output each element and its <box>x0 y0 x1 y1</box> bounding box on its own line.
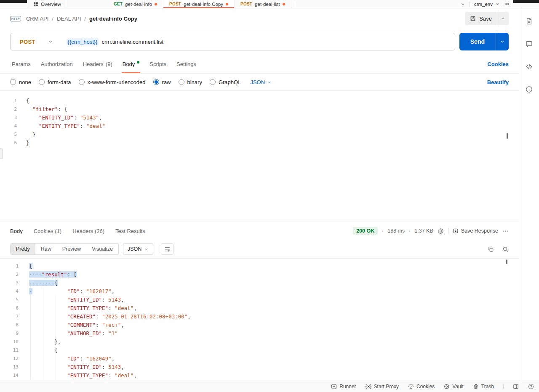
response-headers-count: (26) <box>95 228 104 234</box>
start-proxy-button[interactable]: Start Proxy <box>366 384 399 389</box>
response-body-editor[interactable]: 1{2····"result": [3········{4· "ID": "16… <box>0 258 519 381</box>
sidebar-collapse-handle[interactable] <box>0 148 3 159</box>
vault-button[interactable]: Vault <box>444 384 463 389</box>
line-number: 1 <box>0 262 19 270</box>
trash-button[interactable]: Trash <box>473 384 494 389</box>
tab-overview-label: Overview <box>41 2 61 7</box>
code-line: 4· "ID": "162017", <box>0 287 519 296</box>
body-mode-raw[interactable]: raw <box>153 79 171 85</box>
help-button[interactable] <box>528 384 534 389</box>
url-input[interactable]: {{crm_host}} crm.timeline.comment.list <box>59 33 163 50</box>
radio-icon-selected <box>153 79 159 85</box>
line-number: 2 <box>0 105 17 114</box>
code-line: 2····"result": [ <box>0 270 519 279</box>
tab-authorization[interactable]: Authorization <box>36 55 78 73</box>
method-selector[interactable]: POST <box>11 33 59 50</box>
request-tabs: Params Authorization Headers (9) Body Sc… <box>0 55 519 74</box>
comments-button[interactable] <box>523 38 535 50</box>
request-info-button[interactable] <box>523 83 535 95</box>
line-number: 13 <box>0 363 19 371</box>
line-number: 1 <box>0 97 17 105</box>
view-visualize-button[interactable]: Visualize <box>86 244 118 254</box>
save-response-button[interactable]: Save Response <box>453 228 498 234</box>
response-more-actions-button[interactable] <box>502 228 509 234</box>
line-number: 3 <box>0 114 17 122</box>
tab-title: get-deal-list <box>255 2 280 7</box>
url-container: POST {{crm_host}} crm.timeline.comment.l… <box>10 33 455 50</box>
code-line: 13 "ENTITY_ID": 5143, <box>0 363 519 371</box>
tab-title: get-deal-info <box>125 2 152 7</box>
documentation-button[interactable] <box>523 15 535 27</box>
line-number: 12 <box>0 355 19 363</box>
save-label: Save <box>479 16 492 22</box>
code-line: 6} <box>0 139 519 147</box>
tab-get-deal-list[interactable]: POST get-deal-list <box>235 0 291 8</box>
response-tab-cookies[interactable]: Cookies (1) <box>34 228 61 234</box>
body-mode-none[interactable]: none <box>10 79 31 85</box>
network-info-button[interactable] <box>438 228 444 234</box>
view-preview-button[interactable]: Preview <box>57 244 86 254</box>
response-language-selector[interactable]: JSON <box>123 243 153 255</box>
save-icon <box>470 16 476 21</box>
raw-language-selector[interactable]: JSON <box>250 79 272 85</box>
environment-selector[interactable]: crm_env <box>474 2 500 7</box>
scrollbar-thumb[interactable] <box>507 133 508 139</box>
copy-icon <box>488 246 494 252</box>
copy-response-button[interactable] <box>488 246 494 252</box>
view-pretty-button[interactable]: Pretty <box>11 244 35 254</box>
send-options-button[interactable] <box>496 33 509 50</box>
breadcrumb-folder[interactable]: DEAL API <box>57 16 81 22</box>
tab-overview[interactable]: Overview <box>27 0 67 8</box>
send-button[interactable]: Send <box>459 33 496 50</box>
tab-get-deal-info[interactable]: GET get-deal-info <box>108 0 163 8</box>
tab-params[interactable]: Params <box>7 55 36 73</box>
tab-scripts[interactable]: Scripts <box>144 55 171 73</box>
wrap-line-button[interactable] <box>161 243 173 255</box>
view-raw-button[interactable]: Raw <box>35 244 57 254</box>
response-size: 1.37 KB <box>414 228 433 234</box>
cookies-link[interactable]: Cookies <box>487 61 509 67</box>
tab-headers[interactable]: Headers (9) <box>78 55 117 73</box>
breadcrumb-collection[interactable]: CRM API <box>26 16 48 22</box>
code-snippet-button[interactable] <box>523 61 535 72</box>
code-line: 6 "ENTITY_TYPE": "deal", <box>0 304 519 313</box>
body-mode-graphql[interactable]: GraphQL <box>210 79 241 85</box>
tab-overflow-button[interactable] <box>460 2 465 7</box>
code-line: 5 "ENTITY_ID": 5143, <box>0 296 519 304</box>
search-response-button[interactable] <box>502 246 509 252</box>
scrollbar-thumb[interactable] <box>506 260 507 264</box>
response-tab-body[interactable]: Body <box>10 228 23 234</box>
response-tab-headers[interactable]: Headers (26) <box>72 228 104 234</box>
tab-settings[interactable]: Settings <box>171 55 201 73</box>
tab-get-deal-info-copy[interactable]: POST get-deal-info Copy <box>163 0 235 8</box>
right-sidebar <box>519 8 539 381</box>
separator <box>470 2 470 7</box>
code-line: 3 "ENTITY_ID": "5143", <box>0 114 519 122</box>
tab-body[interactable]: Body <box>117 55 145 73</box>
response-section: Body Cookies (1) Headers (26) Test Resul… <box>0 222 519 381</box>
http-request-icon: HTTP <box>10 16 21 21</box>
body-mode-binary[interactable]: binary <box>179 79 202 85</box>
cookies-button[interactable]: Cookies <box>408 384 435 389</box>
environment-quick-look-button[interactable] <box>504 1 510 7</box>
method-label: POST <box>240 2 252 6</box>
line-number: 6 <box>0 139 17 147</box>
separator <box>448 228 448 234</box>
request-body-editor[interactable]: 1{2 "filter": {3 "ENTITY_ID": "5143",4 "… <box>0 90 519 222</box>
save-response-icon <box>453 228 459 234</box>
status-bar: Runner Start Proxy Cookies Vault Trash <box>0 381 539 392</box>
request-title[interactable]: get-deal-info Copy <box>89 16 137 22</box>
save-options-button[interactable] <box>497 12 509 25</box>
body-mode-form-data[interactable]: form-data <box>39 79 71 85</box>
beautify-link[interactable]: Beautify <box>487 79 509 85</box>
chevron-down-icon <box>501 16 505 21</box>
body-mode-urlencoded[interactable]: x-www-form-urlencoded <box>79 79 146 85</box>
save-button[interactable]: Save <box>465 12 509 25</box>
code-line: 7 "CREATED": "2025-01-28T16:02:08+03:00"… <box>0 313 519 321</box>
line-number: 8 <box>0 321 19 329</box>
body-present-dot <box>137 61 139 64</box>
grid-icon <box>33 2 38 7</box>
response-tab-test-results[interactable]: Test Results <box>115 228 145 234</box>
runner-button[interactable]: Runner <box>331 384 356 389</box>
panel-layout-button[interactable] <box>513 384 519 389</box>
